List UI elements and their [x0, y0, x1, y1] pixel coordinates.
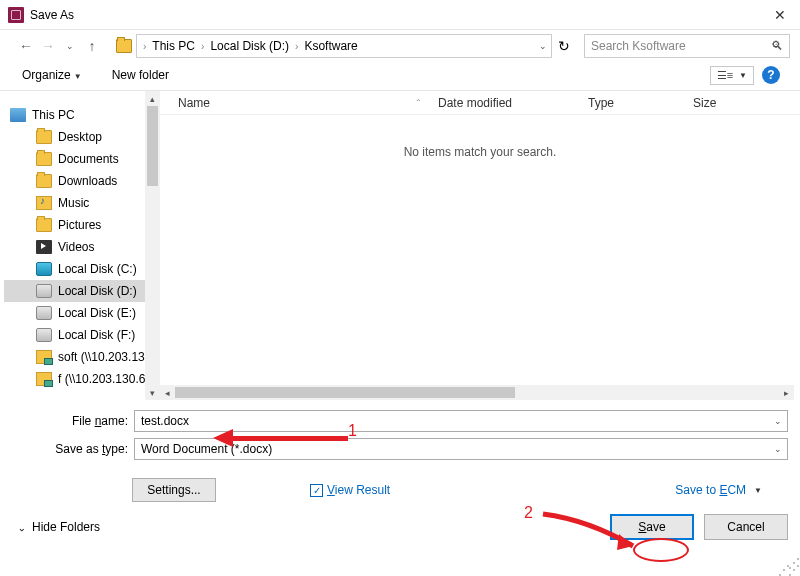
- vid-icon: [36, 240, 52, 254]
- chevron-down-icon: ▼: [74, 72, 82, 81]
- chevron-down-icon: ▼: [739, 71, 747, 80]
- tree-scrollbar[interactable]: ▴ ▾: [145, 91, 160, 400]
- net-icon: [36, 372, 52, 386]
- tree-item[interactable]: Documents: [4, 148, 160, 170]
- fld-icon: [36, 174, 52, 188]
- nav-bar: ← → ⌄ ↑ › This PC › Local Disk (D:) › Ks…: [0, 30, 800, 60]
- address-bar[interactable]: › This PC › Local Disk (D:) › Ksoftware …: [136, 34, 552, 58]
- save-button[interactable]: Save: [610, 514, 694, 540]
- scroll-thumb[interactable]: [147, 106, 158, 186]
- chevron-down-icon[interactable]: ⌄: [774, 416, 782, 426]
- tree-item[interactable]: Local Disk (D:): [4, 280, 160, 302]
- tree-item[interactable]: Videos: [4, 236, 160, 258]
- tree-this-pc[interactable]: This PC: [4, 104, 160, 126]
- savetype-label: Save as type:: [12, 442, 134, 456]
- fld-icon: [36, 130, 52, 144]
- drv-icon: [36, 328, 52, 342]
- search-icon: 🔍︎: [771, 39, 783, 53]
- scroll-thumb[interactable]: [175, 387, 515, 398]
- save-form: File name: test.docx⌄ Save as type: Word…: [0, 400, 800, 472]
- filename-input[interactable]: test.docx⌄: [134, 410, 788, 432]
- up-button[interactable]: ↑: [84, 38, 100, 54]
- tree-item[interactable]: Pictures: [4, 214, 160, 236]
- folder-tree[interactable]: This PC DesktopDocumentsDownloadsMusicPi…: [0, 91, 160, 400]
- fld-icon: [36, 218, 52, 232]
- window-title: Save As: [30, 8, 74, 22]
- chevron-up-icon: ⌃: [18, 522, 26, 533]
- annotation-label-1: 1: [348, 422, 357, 440]
- tree-item[interactable]: Local Disk (F:): [4, 324, 160, 346]
- settings-button[interactable]: Settings...: [132, 478, 216, 502]
- filename-label: File name:: [12, 414, 134, 428]
- empty-message: No items match your search.: [160, 115, 800, 385]
- col-date[interactable]: Date modified: [430, 96, 580, 110]
- help-button[interactable]: ?: [762, 66, 780, 84]
- scroll-left-icon[interactable]: ◂: [160, 388, 175, 398]
- organize-menu[interactable]: Organize▼: [20, 64, 84, 86]
- tree-item[interactable]: Downloads: [4, 170, 160, 192]
- fld-icon: [36, 152, 52, 166]
- scroll-down-icon[interactable]: ▾: [145, 385, 160, 400]
- resize-grip-icon[interactable]: ⋰⋰⋰: [778, 560, 798, 574]
- chevron-down-icon[interactable]: ⌄: [539, 41, 547, 51]
- annotation-label-2: 2: [524, 504, 533, 522]
- chevron-right-icon: ›: [199, 41, 206, 52]
- scroll-right-icon[interactable]: ▸: [779, 388, 794, 398]
- chevron-right-icon: ›: [293, 41, 300, 52]
- mus-icon: [36, 196, 52, 210]
- horizontal-scrollbar[interactable]: ◂ ▸: [160, 385, 794, 400]
- back-button[interactable]: ←: [18, 38, 34, 54]
- folder-icon: [116, 39, 132, 53]
- checkbox-icon: ✓: [310, 484, 323, 497]
- net-icon: [36, 350, 52, 364]
- breadcrumb[interactable]: Local Disk (D:): [206, 39, 293, 53]
- tree-item[interactable]: Local Disk (C:): [4, 258, 160, 280]
- close-icon[interactable]: ✕: [768, 7, 792, 23]
- col-type[interactable]: Type: [580, 96, 685, 110]
- column-headers: Name⌃ Date modified Type Size: [160, 91, 800, 115]
- app-icon: [8, 7, 24, 23]
- new-folder-button[interactable]: New folder: [112, 68, 169, 82]
- refresh-button[interactable]: ↻: [558, 38, 570, 54]
- toolbar: Organize▼ New folder ☰≡▼ ?: [0, 60, 800, 90]
- view-options-button[interactable]: ☰≡▼: [710, 66, 754, 85]
- search-input[interactable]: Search Ksoftware 🔍︎: [584, 34, 790, 58]
- title-bar: Save As ✕: [0, 0, 800, 30]
- drvC-icon: [36, 262, 52, 276]
- breadcrumb[interactable]: Ksoftware: [300, 39, 361, 53]
- forward-button[interactable]: →: [40, 38, 56, 54]
- sort-icon: ⌃: [415, 98, 422, 107]
- drv-icon: [36, 306, 52, 320]
- cancel-button[interactable]: Cancel: [704, 514, 788, 540]
- pc-icon: [10, 108, 26, 122]
- col-name[interactable]: Name⌃: [170, 96, 430, 110]
- chevron-down-icon[interactable]: ⌄: [774, 444, 782, 454]
- scroll-up-icon[interactable]: ▴: [145, 91, 160, 106]
- hide-folders-button[interactable]: ⌃ Hide Folders: [18, 520, 100, 534]
- view-result-checkbox[interactable]: ✓ View Result: [310, 483, 390, 497]
- recent-dropdown[interactable]: ⌄: [62, 41, 78, 51]
- col-size[interactable]: Size: [685, 96, 745, 110]
- breadcrumb[interactable]: This PC: [148, 39, 199, 53]
- file-list[interactable]: Name⌃ Date modified Type Size No items m…: [160, 91, 800, 400]
- tree-item[interactable]: soft (\\10.203.130: [4, 346, 160, 368]
- chevron-down-icon: ▼: [754, 486, 762, 495]
- drv-icon: [36, 284, 52, 298]
- save-to-ecm-link[interactable]: Save to ECM ▼: [675, 483, 788, 497]
- tree-item[interactable]: Music: [4, 192, 160, 214]
- search-placeholder: Search Ksoftware: [591, 39, 686, 53]
- tree-item[interactable]: f (\\10.203.130.6): [4, 368, 160, 390]
- chevron-right-icon: ›: [141, 41, 148, 52]
- list-icon: ☰≡: [717, 69, 733, 82]
- tree-item[interactable]: Local Disk (E:): [4, 302, 160, 324]
- tree-item[interactable]: Desktop: [4, 126, 160, 148]
- savetype-select[interactable]: Word Document (*.docx)⌄: [134, 438, 788, 460]
